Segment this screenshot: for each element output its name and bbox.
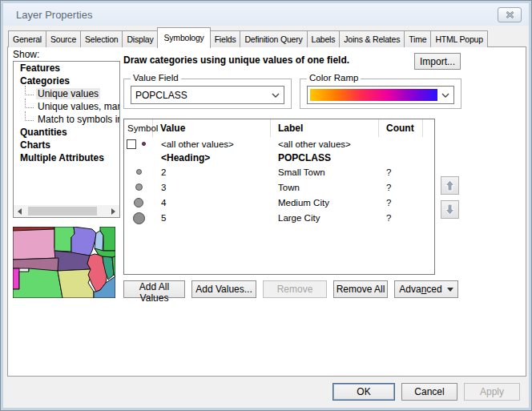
remove-all-button[interactable]: Remove All	[333, 280, 388, 298]
dropdown-arrow-icon	[447, 288, 453, 292]
show-item-label: Unique values, many	[36, 101, 120, 112]
label-cell: POPCLASS	[271, 152, 379, 163]
symbol-table-body: <all other values><all other values><Hea…	[124, 137, 434, 226]
symbol-checkbox[interactable]	[127, 139, 136, 149]
column-header-label[interactable]: Label	[271, 119, 379, 137]
map-state	[13, 268, 19, 289]
draw-method-heading: Draw categories using unique values of o…	[123, 54, 349, 66]
advanced-button[interactable]: Advanced	[394, 280, 458, 298]
column-header-value[interactable]: Value	[153, 119, 271, 137]
map-preview	[13, 227, 115, 298]
show-item-label: Unique values	[36, 88, 100, 99]
show-item-match-to-symbols-in-a[interactable]: Match to symbols in a	[14, 113, 119, 126]
cancel-button[interactable]: Cancel	[401, 383, 457, 401]
show-item-label: Match to symbols in a	[36, 114, 120, 125]
tree-guide-line	[25, 111, 34, 121]
count-cell: ?	[379, 183, 423, 192]
symbol-dot[interactable]	[134, 198, 143, 208]
color-ramp-gradient	[310, 89, 437, 101]
color-ramp-label: Color Ramp	[307, 73, 361, 83]
column-header-count[interactable]: Count	[379, 119, 423, 137]
map-state	[13, 229, 59, 260]
symbol-dot[interactable]	[142, 142, 146, 146]
chevron-down-icon	[437, 93, 453, 98]
symbol-dot[interactable]	[133, 212, 145, 224]
tab-general[interactable]: General	[8, 30, 46, 47]
scroll-right-button[interactable]	[107, 205, 119, 217]
import-button[interactable]: Import...	[414, 53, 461, 70]
show-item-features[interactable]: Features	[14, 62, 119, 75]
value-cell: 2	[153, 167, 271, 177]
label-cell: <all other values>	[271, 139, 379, 149]
apply-button[interactable]: Apply	[464, 383, 520, 401]
value-cell: 3	[153, 183, 271, 192]
remove-button[interactable]: Remove	[263, 280, 327, 298]
value-cell: <Heading>	[153, 152, 271, 163]
symbol-cell	[124, 210, 153, 226]
show-item-charts[interactable]: Charts	[14, 139, 119, 151]
column-header-filler	[423, 119, 434, 137]
left-arrow-icon	[18, 208, 22, 215]
tab-display[interactable]: Display	[122, 30, 158, 47]
show-item-quantities[interactable]: Quantities	[14, 126, 119, 139]
value-field-label: Value Field	[131, 73, 181, 83]
show-item-label: Features	[18, 62, 62, 74]
action-button-row: Add All ValuesAdd Values...RemoveRemove …	[123, 280, 458, 298]
tree-guide-line	[25, 86, 34, 95]
table-row[interactable]: 5Large City?	[124, 210, 434, 226]
map-state	[13, 268, 62, 298]
tab-html-popup[interactable]: HTML Popup	[430, 30, 487, 47]
symbol-cell	[124, 137, 153, 151]
column-header-symbol[interactable]: Symbol	[124, 119, 153, 137]
move-up-button[interactable]	[441, 176, 459, 195]
count-cell: ?	[379, 198, 423, 208]
chevron-down-icon	[268, 93, 284, 98]
label-cell: Medium City	[271, 198, 379, 208]
table-row[interactable]: <Heading>POPCLASS	[124, 151, 434, 164]
symbology-tab-panel: Show: FeaturesCategoriesUnique valuesUni…	[7, 46, 526, 377]
symbol-dot[interactable]	[136, 169, 142, 175]
table-row[interactable]: <all other values><all other values>	[124, 137, 434, 151]
color-ramp-dropdown[interactable]	[307, 86, 454, 104]
value-field-value: POPCLASS	[131, 90, 268, 101]
tab-time[interactable]: Time	[404, 30, 431, 47]
count-cell: ?	[379, 167, 423, 177]
show-tree-listbox: FeaturesCategoriesUnique valuesUnique va…	[13, 61, 120, 218]
close-button[interactable]	[498, 7, 522, 22]
horizontal-scrollbar[interactable]	[14, 205, 119, 217]
tab-source[interactable]: Source	[46, 30, 81, 47]
layer-properties-dialog: Layer Properties GeneralSourceSelectionD…	[0, 0, 532, 411]
tab-definition-query[interactable]: Definition Query	[240, 30, 307, 47]
tab-labels[interactable]: Labels	[307, 30, 341, 47]
symbol-cell	[124, 179, 153, 195]
add-values-button[interactable]: Add Values...	[191, 280, 256, 298]
table-row[interactable]: 2Small Town?	[124, 164, 434, 179]
show-item-multiple-attributes[interactable]: Multiple Attributes	[14, 151, 119, 164]
symbol-dot[interactable]	[135, 183, 143, 191]
label-cell: Small Town	[271, 167, 379, 177]
value-field-group: Value Field POPCLASS	[123, 79, 292, 109]
up-arrow-icon	[445, 179, 455, 191]
show-item-label: Categories	[18, 75, 71, 87]
label-cell: Town	[271, 183, 379, 192]
symbol-table: SymbolValueLabelCount <all other values>…	[123, 119, 435, 275]
window-title: Layer Properties	[16, 9, 92, 21]
table-row[interactable]: 3Town?	[124, 179, 434, 195]
value-cell: 4	[153, 198, 271, 208]
symbol-cell	[124, 195, 153, 210]
ok-button[interactable]: OK	[332, 383, 395, 401]
right-arrow-icon	[111, 208, 115, 215]
tab-fields[interactable]: Fields	[210, 30, 241, 47]
value-field-dropdown[interactable]: POPCLASS	[131, 86, 284, 104]
show-item-label: Quantities	[18, 127, 69, 138]
scroll-left-button[interactable]	[14, 205, 26, 217]
add-all-values-button[interactable]: Add All Values	[123, 280, 185, 298]
move-down-button[interactable]	[441, 200, 459, 219]
tab-joins-relates[interactable]: Joins & Relates	[339, 30, 405, 47]
map-state	[71, 227, 96, 256]
value-cell: <all other values>	[153, 139, 271, 149]
tab-symbology[interactable]: Symbology	[157, 27, 210, 48]
scrollbar-thumb[interactable]	[28, 207, 97, 216]
table-row[interactable]: 4Medium City?	[124, 195, 434, 210]
tab-selection[interactable]: Selection	[80, 30, 123, 47]
